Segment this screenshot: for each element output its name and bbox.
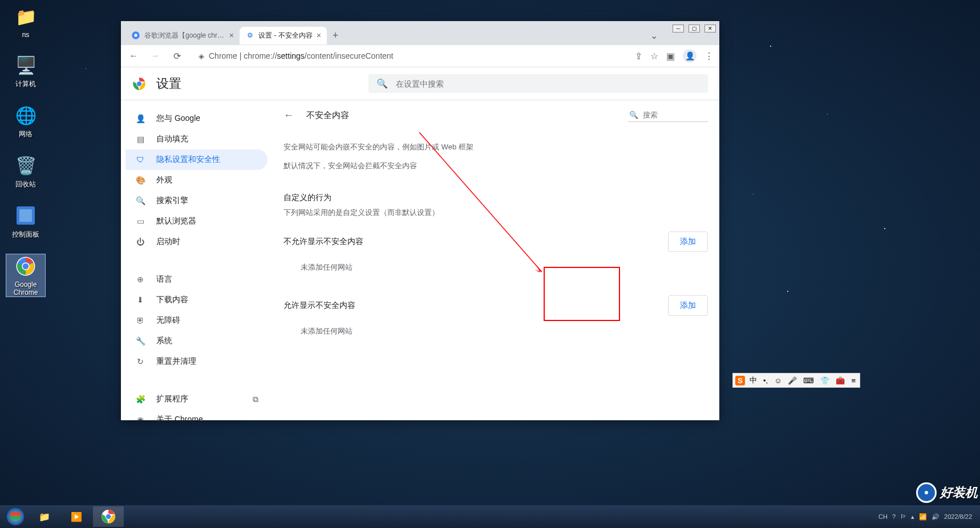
back-button[interactable]: ← [127, 49, 140, 63]
tab-close-icon[interactable]: × [229, 31, 234, 40]
block-label: 不允许显示不安全内容 [284, 237, 363, 247]
ime-skin-icon[interactable]: 👕 [819, 376, 831, 385]
system-tray[interactable]: CH ? 🏳 ▴ 📶 🔊 2022/8/22 [873, 513, 978, 521]
new-tab-button[interactable]: + [327, 26, 345, 45]
window-controls: ─ ▢ ✕ [673, 25, 716, 33]
sidebar-item-downloads[interactable]: ⬇下载内容 [125, 290, 268, 310]
sidebar-item-autofill[interactable]: ▤自动填充 [125, 129, 268, 149]
ime-logo-icon[interactable]: S [735, 376, 745, 385]
svg-point-5 [23, 263, 29, 270]
palette-icon: 🎨 [135, 176, 146, 185]
sidebar: 👤您与 Google ▤自动填充 🛡隐私设置和安全性 🎨外观 🔍搜索引擎 ▭默认… [121, 100, 272, 420]
profile-icon[interactable]: 👤 [683, 49, 696, 63]
ime-settings-icon[interactable]: ≡ [849, 376, 857, 385]
tab-close-icon[interactable]: × [317, 31, 321, 40]
tray-help-icon[interactable]: ? [892, 513, 896, 520]
download-icon: ⬇ [135, 295, 146, 304]
ime-toolbox-icon[interactable]: 🧰 [834, 376, 847, 385]
desktop-icon-network[interactable]: 🌐 网络 [6, 103, 46, 139]
content-search-input[interactable] [643, 111, 707, 119]
sidebar-item-search-engine[interactable]: 🔍搜索引擎 [125, 190, 268, 211]
toolbar: ← → ⟳ ◈ Chrome | chrome://settings/conte… [121, 45, 719, 67]
desktop-icon-chrome[interactable]: Google Chrome [6, 254, 46, 297]
custom-behavior-title: 自定义的行为 [284, 193, 708, 203]
reset-icon: ↻ [135, 357, 146, 366]
taskbar-explorer[interactable]: 📁 [29, 506, 60, 527]
computer-icon: 🖥️ [14, 53, 38, 77]
sidebar-item-reset[interactable]: ↻重置并清理 [125, 351, 268, 372]
toolbar-right: ⇪ ☆ ▣ 👤 ⋮ [635, 49, 714, 63]
tray-volume-icon[interactable]: 🔊 [932, 513, 939, 521]
ime-emoji-icon[interactable]: ☺ [772, 376, 783, 385]
add-block-button[interactable]: 添加 [668, 231, 708, 252]
tab-dropdown-icon[interactable]: ⌄ [650, 30, 658, 41]
reload-button[interactable]: ⟳ [170, 49, 184, 63]
description-2: 默认情况下，安全网站会拦截不安全内容 [284, 160, 708, 172]
desktop-icon-recyclebin[interactable]: 🗑️ 回收站 [6, 153, 46, 189]
site-info-icon[interactable]: ◈ [199, 52, 204, 60]
sidebar-item-privacy[interactable]: 🛡隐私设置和安全性 [125, 149, 268, 170]
content-search[interactable]: 🔍 [628, 108, 708, 122]
sidepanel-icon[interactable]: ▣ [666, 51, 675, 62]
sidebar-item-accessibility[interactable]: ⛨无障碍 [125, 310, 268, 331]
settings-search-input[interactable] [396, 79, 700, 88]
network-icon: 🌐 [14, 103, 38, 127]
ime-mic-icon[interactable]: 🎤 [786, 376, 799, 385]
forward-button[interactable]: → [148, 49, 162, 63]
add-allow-button[interactable]: 添加 [668, 295, 708, 316]
address-bar[interactable]: ◈ Chrome | chrome://settings/content/ins… [192, 48, 627, 63]
ime-keyboard-icon[interactable]: ⌨ [801, 376, 816, 385]
search-icon: 🔍 [629, 111, 638, 119]
maximize-button[interactable]: ▢ [689, 25, 700, 33]
sidebar-item-about[interactable]: ◉关于 Chrome [125, 409, 268, 420]
taskbar-mediaplayer[interactable]: ▶️ [61, 506, 92, 527]
extension-icon: 🧩 [135, 395, 146, 404]
tray-lang[interactable]: CH [878, 513, 888, 520]
chrome-window: ─ ▢ ✕ 谷歌浏览器【google chrome】 × ⚙ 设置 - 不安全内… [121, 21, 719, 420]
taskbar-chrome[interactable] [93, 506, 124, 527]
external-link-icon: ⧉ [253, 395, 258, 404]
bookmark-icon[interactable]: ☆ [650, 51, 658, 62]
tray-up-icon[interactable]: ▴ [911, 513, 914, 521]
start-button[interactable] [2, 506, 29, 527]
ime-lang[interactable]: 中 [748, 375, 759, 386]
tray-date[interactable]: 2022/8/22 [944, 513, 972, 520]
person-icon: 👤 [135, 114, 146, 123]
accessibility-icon: ⛨ [135, 316, 146, 325]
block-empty-text: 未添加任何网站 [284, 252, 708, 273]
sidebar-item-extensions[interactable]: 🧩扩展程序⧉ [125, 389, 268, 409]
taskbar: 📁 ▶️ CH ? 🏳 ▴ 📶 🔊 2022/8/22 [0, 505, 980, 528]
settings-search[interactable]: 🔍 [368, 74, 708, 93]
content-back-button[interactable]: ← [284, 109, 294, 121]
desktop-icon-ns[interactable]: 📁 ns [6, 5, 46, 39]
share-icon[interactable]: ⇪ [635, 51, 642, 62]
sidebar-item-system[interactable]: 🔧系统 [125, 331, 268, 351]
ime-toolbar[interactable]: S 中 •, ☺ 🎤 ⌨ 👕 🧰 ≡ [732, 373, 860, 388]
menu-icon[interactable]: ⋮ [704, 51, 714, 62]
tray-flag-icon[interactable]: 🏳 [900, 513, 906, 520]
sidebar-item-startup[interactable]: ⏻启动时 [125, 231, 268, 252]
sidebar-item-default-browser[interactable]: ▭默认浏览器 [125, 211, 268, 231]
tray-network-icon[interactable]: 📶 [919, 513, 927, 521]
allow-label: 允许显示不安全内容 [284, 300, 355, 311]
sidebar-item-appearance[interactable]: 🎨外观 [125, 170, 268, 190]
close-button[interactable]: ✕ [704, 25, 716, 33]
tab-google-chrome[interactable]: 谷歌浏览器【google chrome】 × [125, 27, 240, 44]
description-1: 安全网站可能会内嵌不安全的内容，例如图片或 Web 框架 [284, 141, 708, 153]
tab-bar: 谷歌浏览器【google chrome】 × ⚙ 设置 - 不安全内容 × + … [121, 21, 719, 45]
ime-punct-icon[interactable]: •, [762, 376, 770, 385]
desktop-icon-computer[interactable]: 🖥️ 计算机 [6, 53, 46, 89]
chrome-logo-icon [132, 77, 146, 91]
power-icon: ⏻ [135, 237, 146, 246]
content-pane: ← 不安全内容 🔍 安全网站可能会内嵌不安全的内容，例如图片或 Web 框架 默… [272, 100, 719, 420]
chrome-favicon-icon [131, 31, 140, 40]
search-icon: 🔍 [376, 78, 388, 89]
settings-header: 设置 🔍 [121, 67, 719, 100]
sidebar-item-you-and-google[interactable]: 👤您与 Google [125, 108, 268, 129]
content-header: ← 不安全内容 🔍 [284, 108, 708, 122]
folder-icon: 📁 [14, 5, 38, 29]
sidebar-item-languages[interactable]: ⊕语言 [125, 269, 268, 290]
tab-settings[interactable]: ⚙ 设置 - 不安全内容 × [240, 27, 327, 44]
minimize-button[interactable]: ─ [673, 25, 684, 33]
desktop-icon-controlpanel[interactable]: 控制面板 [6, 204, 46, 239]
